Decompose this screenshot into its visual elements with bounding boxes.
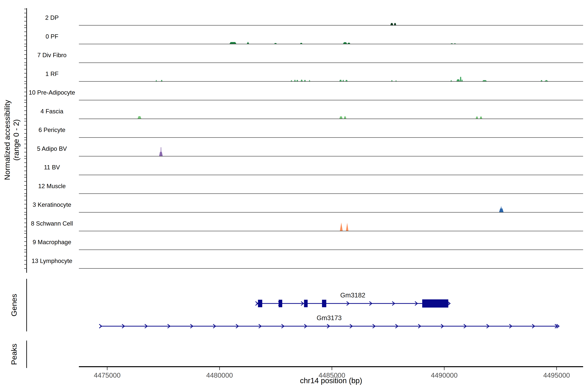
accessibility-peak <box>390 23 393 25</box>
track-label: 3 Keratinocyte <box>33 202 72 208</box>
accessibility-peak <box>304 80 306 82</box>
track-label: 6 Pericyte <box>38 126 66 133</box>
gene-exon <box>258 300 262 307</box>
y-axis-label-line2: (range 0 - 2) <box>12 100 21 180</box>
accessibility-peak <box>342 80 344 82</box>
track-label: 11 BV <box>44 164 60 171</box>
track-label: 10 Pre-Adipocyte <box>29 89 75 96</box>
track-label: 1 RF <box>46 70 58 77</box>
y-axis-label: Normalized accessibility (range 0 - 2) <box>3 100 21 180</box>
accessibility-peak <box>230 42 236 44</box>
x-axis-title: chr14 position (bp) <box>300 376 362 385</box>
accessibility-peak <box>339 116 343 119</box>
gene-exon <box>322 300 326 307</box>
accessibility-peak <box>480 116 482 119</box>
accessibility-peak <box>450 80 452 82</box>
track-label: 13 Lymphocyte <box>32 258 72 264</box>
accessibility-peak <box>501 206 502 212</box>
accessibility-peak <box>156 80 157 82</box>
track-label: 5 Adipo BV <box>37 145 67 152</box>
accessibility-peak <box>346 223 348 231</box>
track-label: 8 Schwann Cell <box>31 220 73 227</box>
accessibility-peak <box>161 80 162 82</box>
accessibility-peak <box>290 80 292 82</box>
accessibility-peak <box>544 80 548 82</box>
accessibility-peak <box>294 80 296 82</box>
accessibility-peak <box>346 80 348 82</box>
accessibility-peak <box>247 42 249 44</box>
accessibility-peak <box>394 23 396 25</box>
x-axis-tick-label: 4495000 <box>543 372 570 379</box>
accessibility-peak <box>300 80 303 82</box>
track-label: 7 Div Fibro <box>38 52 67 58</box>
track-label: 12 Muscle <box>38 183 66 190</box>
accessibility-peak <box>461 79 463 82</box>
peaks-section-label: Peaks <box>10 344 18 365</box>
accessibility-peak <box>138 116 141 119</box>
gene-exon <box>304 300 308 307</box>
accessibility-peak <box>344 116 346 119</box>
track-label: 9 Macrophage <box>33 239 72 246</box>
accessibility-peak <box>309 80 310 82</box>
accessibility-peak <box>296 80 298 82</box>
x-axis-tick-label: 4475000 <box>94 372 121 379</box>
track-label: 2 DP <box>45 14 59 21</box>
accessibility-peak <box>476 116 478 119</box>
accessibility-peak <box>340 222 343 231</box>
genes-section-label: Genes <box>10 294 18 316</box>
gene-exon <box>422 300 448 308</box>
accessibility-peak <box>339 80 342 82</box>
accessibility-peak <box>460 77 461 82</box>
coverage-plot-figure: 2 DP0 PF7 Div Fibro1 RF10 Pre-Adipocyte4… <box>0 0 588 392</box>
plot-canvas: 2 DP0 PF7 Div Fibro1 RF10 Pre-Adipocyte4… <box>0 0 588 392</box>
x-axis-tick-label: 4490000 <box>431 372 458 379</box>
x-axis-tick-label: 4480000 <box>206 372 233 379</box>
gene-name-label: Gm3173 <box>316 314 342 322</box>
accessibility-peak <box>160 147 161 156</box>
gene-exon <box>279 300 282 307</box>
track-label: 0 PF <box>46 33 58 40</box>
gene-name-label: Gm3182 <box>340 292 365 299</box>
y-axis-label-line1: Normalized accessibility <box>3 100 12 180</box>
accessibility-peak <box>343 42 347 44</box>
accessibility-peak <box>456 80 460 82</box>
track-label: 4 Fascia <box>40 108 63 115</box>
